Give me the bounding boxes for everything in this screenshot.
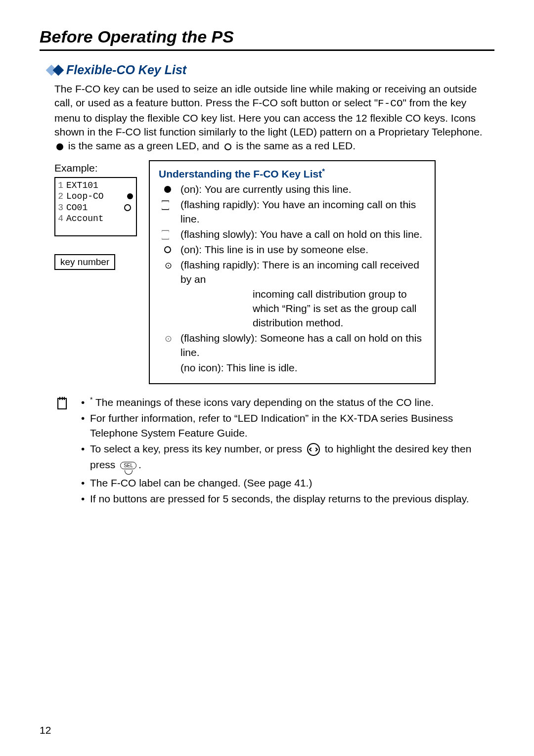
legend-text: (on): This line is in use by someone els… [180,243,426,257]
key-label: Loop-CO [66,191,104,202]
key-number: 3 [56,202,63,214]
lcd-example-box: 1 EXT101 2 Loop-CO 3 CO01 4 Account [54,177,137,236]
page-title: Before Operating the PS [40,27,494,51]
legend-title: Understanding the F-CO Key List [159,168,322,179]
document-page: Before Operating the PS Flexible-CO Key … [0,0,534,756]
subsection-title: Flexible-CO Key List [66,63,186,77]
lcd-row: 1 EXT101 [56,180,133,191]
subsection-heading-row: Flexible-CO Key List [47,63,494,77]
note-text: For further information, refer to “LED I… [90,412,453,439]
notes-section: 🗒 * The meanings of these icons vary dep… [54,394,494,507]
legend-item: ꙱ (flashing rapidly): You have an incomi… [159,198,426,226]
note-text: The meanings of these icons vary dependi… [92,397,434,408]
joystick-icon [307,443,320,456]
filled-led-icon [127,193,133,199]
hollow-led-icon [224,143,231,150]
filled-led-icon [159,184,177,194]
intro-text: is the same as a green LED, and [65,140,222,151]
sel-button-icon: SEL [120,456,136,475]
legend-text: (flashing slowly): Someone has a call on… [180,331,426,360]
note-text: . [138,459,141,470]
asterisk-icon: * [322,167,325,175]
note-text: To select a key, press its key number, o… [90,443,305,454]
diamond-icon [53,64,64,76]
filled-led-icon [56,143,63,150]
note-item: For further information, refer to “LED I… [81,411,494,441]
note-text: If no buttons are pressed for 5 seconds,… [90,493,469,504]
legend-item: (on): This line is in use by someone els… [159,243,426,257]
note-item: If no buttons are pressed for 5 seconds,… [81,491,494,506]
hollow-led-flashing-rapid-icon: ⊙ [159,260,177,270]
key-number: 4 [56,213,63,224]
legend-text: incoming call distribution group to whic… [159,287,426,330]
flashing-hollow-led-icon [122,204,133,211]
intro-paragraph: The F-CO key can be used to seize an idl… [54,82,494,153]
legend-item-continuation: incoming call distribution group to whic… [159,287,426,330]
key-number-callout: key number [54,254,115,270]
example-column: Example: 1 EXT101 2 Loop-CO 3 CO01 4 [54,160,137,270]
key-label: CO01 [66,202,88,214]
notepad-icon: 🗒 [54,395,71,412]
legend-box: Understanding the F-CO Key List* (on): Y… [149,160,436,385]
lcd-row: 4 Account [56,213,133,224]
lcd-row: 2 Loop-CO [56,191,133,202]
mono-text: F-CO [378,98,402,109]
legend-item: (no icon): This line is idle. [159,361,426,375]
legend-item: ⊙ (flashing rapidly): There is an incomi… [159,258,426,287]
filled-led-flashing-rapid-icon: ꙱ [159,199,177,210]
note-item: To select a key, press its key number, o… [81,442,494,475]
key-number: 2 [56,191,63,202]
legend-item: ⊙ (flashing slowly): Someone has a call … [159,331,426,360]
legend-text: (no icon): This line is idle. [180,361,426,375]
key-label: Account [66,213,104,224]
intro-text: is the same as a red LED. [233,140,356,151]
example-and-legend-row: Example: 1 EXT101 2 Loop-CO 3 CO01 4 [54,160,494,385]
filled-led-flashing-slow-icon: ꙱ [159,229,177,239]
legend-text: (flashing rapidly): You have an incoming… [180,198,426,226]
hollow-led-flashing-slow-icon: ⊙ [159,333,177,343]
page-number: 12 [40,724,51,736]
legend-text: (flashing slowly): You have a call on ho… [180,227,426,242]
note-item: * The meanings of these icons vary depen… [81,395,494,410]
notes-list: * The meanings of these icons vary depen… [81,394,494,507]
note-text: The F-CO label can be changed. (See page… [90,477,312,489]
sel-button-label: SEL [120,462,136,469]
legend-title-row: Understanding the F-CO Key List* [159,166,426,181]
example-label: Example: [54,162,137,174]
legend-item: ꙱ (flashing slowly): You have a call on … [159,227,426,242]
hollow-led-icon [159,244,177,255]
legend-text: (on): You are currently using this line. [180,182,426,197]
legend-text: (flashing rapidly): There is an incoming… [180,258,426,287]
note-item: The F-CO label can be changed. (See page… [81,476,494,490]
lcd-row: 3 CO01 [56,202,133,214]
key-number: 1 [56,180,63,191]
key-label: EXT101 [66,180,98,191]
legend-item: (on): You are currently using this line. [159,182,426,197]
